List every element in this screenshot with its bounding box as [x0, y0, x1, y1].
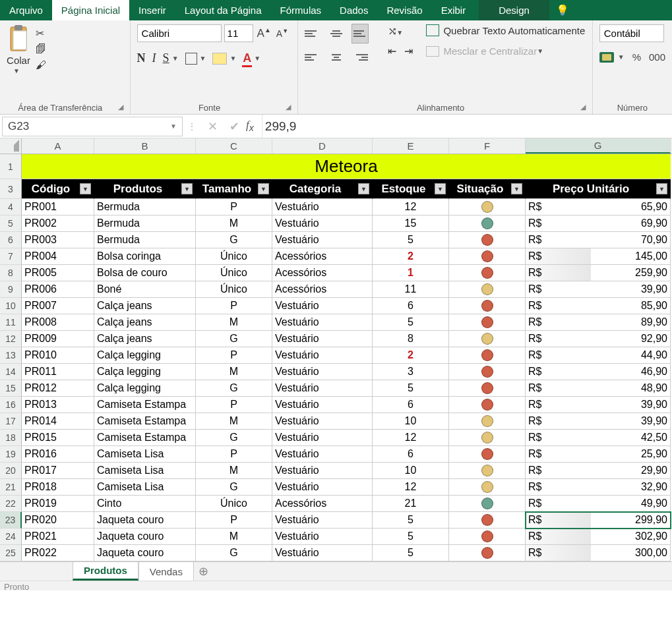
- cell[interactable]: P: [196, 298, 272, 314]
- cell[interactable]: Jaqueta couro: [94, 545, 196, 561]
- orientation-icon[interactable]: ⤭ ▼: [388, 24, 413, 38]
- cell[interactable]: Vestuário: [272, 463, 373, 479]
- header-situacao[interactable]: Situação▼: [449, 179, 526, 199]
- formula-input[interactable]: 299,9: [262, 115, 672, 138]
- cell[interactable]: Bermuda: [94, 215, 196, 232]
- cell[interactable]: Bolsa de couro: [94, 265, 196, 281]
- cell[interactable]: [449, 281, 526, 298]
- cell[interactable]: 12: [373, 199, 449, 215]
- wrap-text-button[interactable]: Quebrar Texto Automaticamente: [426, 24, 585, 36]
- row-header[interactable]: 23: [0, 512, 22, 529]
- cell[interactable]: 8: [373, 331, 449, 347]
- cell[interactable]: Vestuário: [272, 215, 373, 232]
- cell[interactable]: M: [196, 215, 272, 232]
- cell-price[interactable]: R$39,90: [526, 281, 671, 298]
- cell[interactable]: Único: [196, 265, 272, 281]
- filter-icon[interactable]: ▼: [258, 183, 269, 194]
- tab-dados[interactable]: Dados: [330, 0, 377, 20]
- row-header[interactable]: 13: [0, 347, 22, 364]
- font-size-input[interactable]: [224, 24, 253, 42]
- grow-font-icon[interactable]: A▲: [256, 26, 272, 40]
- row-header[interactable]: 15: [0, 380, 22, 397]
- cell[interactable]: PR004: [22, 248, 94, 265]
- cell[interactable]: Jaqueta couro: [94, 512, 196, 529]
- tab-revisao[interactable]: Revisão: [377, 0, 431, 20]
- underline-button[interactable]: S: [163, 51, 169, 65]
- clipboard-launcher-icon[interactable]: ◢: [118, 103, 123, 111]
- cell-price[interactable]: R$300,00: [526, 545, 671, 561]
- cell[interactable]: PR016: [22, 446, 94, 463]
- row-header[interactable]: 17: [0, 413, 22, 430]
- copy-icon[interactable]: 🗐: [36, 43, 46, 55]
- select-all-corner[interactable]: [0, 138, 22, 154]
- italic-button[interactable]: I: [152, 51, 156, 65]
- align-right-icon[interactable]: [352, 48, 368, 67]
- cell[interactable]: G: [196, 232, 272, 248]
- cell[interactable]: 6: [373, 397, 449, 413]
- col-header-C[interactable]: C: [196, 138, 272, 154]
- cell-price[interactable]: R$69,90: [526, 215, 671, 232]
- cell[interactable]: Camiseta Lisa: [94, 446, 196, 463]
- tab-exibir[interactable]: Exibir: [432, 0, 475, 20]
- cell[interactable]: [449, 199, 526, 215]
- cell[interactable]: 5: [373, 545, 449, 561]
- row-header[interactable]: 12: [0, 331, 22, 347]
- bold-button[interactable]: N: [137, 51, 146, 65]
- tab-layout[interactable]: Layout da Página: [175, 0, 271, 20]
- filter-icon[interactable]: ▼: [181, 183, 193, 194]
- cell[interactable]: [449, 430, 526, 446]
- cell[interactable]: Acessórios: [272, 248, 373, 265]
- cell[interactable]: [449, 314, 526, 331]
- increase-indent-icon[interactable]: ⇥: [404, 45, 413, 57]
- cell[interactable]: Calça jeans: [94, 331, 196, 347]
- cell[interactable]: Vestuário: [272, 199, 373, 215]
- cell[interactable]: [449, 545, 526, 561]
- cell[interactable]: [449, 215, 526, 232]
- cell[interactable]: Vestuário: [272, 446, 373, 463]
- cell[interactable]: P: [196, 199, 272, 215]
- cell[interactable]: PR019: [22, 496, 94, 512]
- cell[interactable]: 12: [373, 479, 449, 496]
- cancel-formula-icon[interactable]: ✕: [208, 119, 218, 134]
- underline-dd-icon[interactable]: ▼: [172, 55, 179, 62]
- cell[interactable]: Calça jeans: [94, 298, 196, 314]
- tab-arquivo[interactable]: Arquivo: [0, 0, 52, 20]
- cell[interactable]: [449, 413, 526, 430]
- cell[interactable]: [449, 479, 526, 496]
- cell[interactable]: [449, 463, 526, 479]
- accounting-dd-icon[interactable]: ▼: [618, 53, 625, 61]
- cell[interactable]: 3: [373, 364, 449, 380]
- cell[interactable]: Acessórios: [272, 496, 373, 512]
- cell[interactable]: 5: [373, 512, 449, 529]
- row-header[interactable]: 11: [0, 314, 22, 331]
- cell[interactable]: PR001: [22, 199, 94, 215]
- cell[interactable]: Vestuário: [272, 545, 373, 561]
- cell[interactable]: Camiseta Lisa: [94, 463, 196, 479]
- header-produtos[interactable]: Produtos▼: [94, 179, 196, 199]
- cell[interactable]: [449, 232, 526, 248]
- filter-icon[interactable]: ▼: [656, 183, 667, 194]
- sheet-tab-vendas[interactable]: Vendas: [138, 562, 194, 581]
- cell[interactable]: PR003: [22, 232, 94, 248]
- tab-pagina-inicial[interactable]: Página Inicial: [52, 0, 129, 20]
- cell[interactable]: PR010: [22, 347, 94, 364]
- row-header[interactable]: 8: [0, 265, 22, 281]
- header-codigo[interactable]: Código▼: [22, 179, 94, 199]
- cell[interactable]: [449, 446, 526, 463]
- cell[interactable]: 12: [373, 430, 449, 446]
- cell[interactable]: 5: [373, 314, 449, 331]
- cell[interactable]: M: [196, 529, 272, 545]
- cell[interactable]: [449, 298, 526, 314]
- cell[interactable]: M: [196, 364, 272, 380]
- cell[interactable]: Vestuário: [272, 314, 373, 331]
- row-header[interactable]: 24: [0, 529, 22, 545]
- tab-design[interactable]: Design: [479, 0, 549, 20]
- cell[interactable]: PR020: [22, 512, 94, 529]
- cell[interactable]: PR014: [22, 413, 94, 430]
- cell-price[interactable]: R$25,90: [526, 446, 671, 463]
- cell[interactable]: P: [196, 512, 272, 529]
- filter-icon[interactable]: ▼: [511, 183, 522, 194]
- align-middle-icon[interactable]: [328, 24, 344, 43]
- header-estoque[interactable]: Estoque▼: [373, 179, 449, 199]
- paste-label[interactable]: Colar: [7, 55, 30, 66]
